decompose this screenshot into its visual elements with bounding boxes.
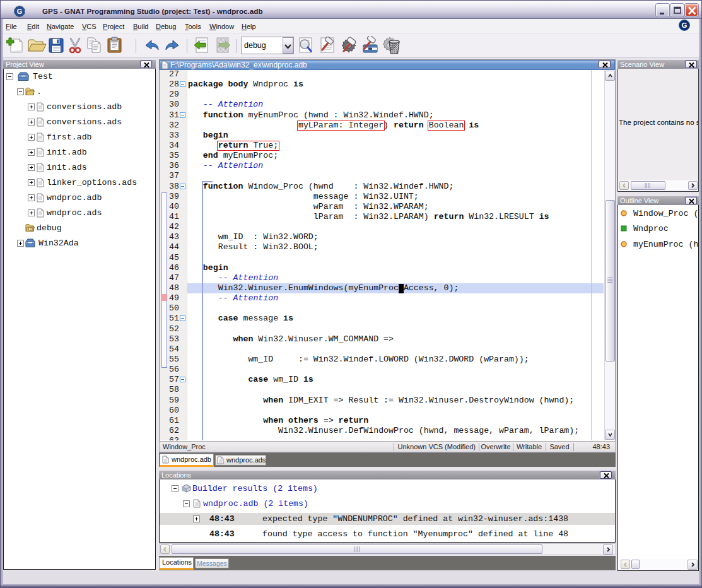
svg-text:G: G (17, 8, 23, 15)
svg-text:G: G (682, 21, 687, 29)
